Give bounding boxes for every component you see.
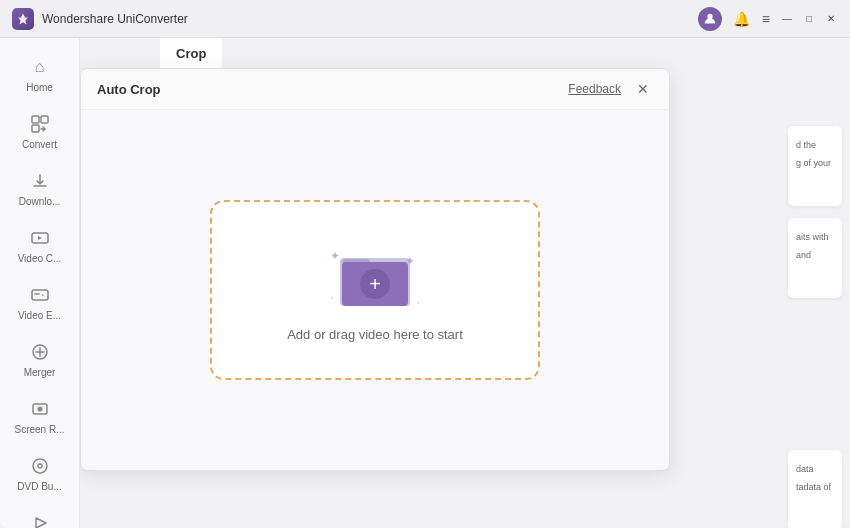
- svg-point-8: [37, 407, 42, 412]
- sidebar-item-convert[interactable]: Convert: [0, 103, 79, 160]
- video-edit-icon: [29, 284, 51, 306]
- auto-crop-panel: Auto Crop Feedback ✕ ✦ ✦ ·: [80, 68, 670, 471]
- panel-header-right: Feedback ✕: [568, 79, 653, 99]
- video-compress-icon: [29, 227, 51, 249]
- user-icon-btn[interactable]: [698, 7, 722, 31]
- main-area: ⌂ Home Convert Downlo... Video C...: [0, 38, 850, 528]
- sidebar-label-screen-record: Screen R...: [14, 424, 64, 435]
- screen-record-icon: [29, 398, 51, 420]
- sparkle-1: ✦: [330, 249, 340, 263]
- right-cards: d theg of your aits withand datatadata o…: [780, 118, 850, 528]
- right-card-1-text: d theg of your: [796, 140, 831, 168]
- home-icon: ⌂: [29, 56, 51, 78]
- sidebar-label-video-compress: Video C...: [18, 253, 62, 264]
- content-area: Crop Auto Crop Feedback ✕: [80, 38, 850, 528]
- sidebar: ⌂ Home Convert Downlo... Video C...: [0, 38, 80, 528]
- svg-rect-2: [41, 116, 48, 123]
- window-controls: — □ ✕: [780, 12, 838, 26]
- panel-header: Auto Crop Feedback ✕: [81, 69, 669, 110]
- app-title: Wondershare UniConverter: [42, 12, 698, 26]
- sidebar-label-download: Downlo...: [19, 196, 61, 207]
- feedback-link[interactable]: Feedback: [568, 82, 621, 96]
- sidebar-label-convert: Convert: [22, 139, 57, 150]
- titlebar-controls: 🔔 ≡ — □ ✕: [698, 5, 838, 33]
- close-button[interactable]: ✕: [824, 12, 838, 26]
- sidebar-label-video-edit: Video E...: [18, 310, 61, 321]
- convert-icon: [29, 113, 51, 135]
- sidebar-item-dvd-burn[interactable]: DVD Bu...: [0, 445, 79, 502]
- sidebar-item-video-edit[interactable]: Video E...: [0, 274, 79, 331]
- panel-close-button[interactable]: ✕: [633, 79, 653, 99]
- hamburger-menu[interactable]: ≡: [762, 11, 770, 27]
- sidebar-label-merger: Merger: [24, 367, 56, 378]
- dvd-burn-icon: [29, 455, 51, 477]
- right-card-3-text: datatadata of: [796, 464, 831, 492]
- download-icon: [29, 170, 51, 192]
- folder-front: +: [342, 262, 408, 306]
- right-card-2: aits withand: [788, 218, 842, 298]
- plus-circle: +: [360, 269, 390, 299]
- sidebar-item-video-compress[interactable]: Video C...: [0, 217, 79, 274]
- svg-rect-5: [32, 290, 48, 300]
- right-card-3: datatadata of: [788, 450, 842, 528]
- drop-zone[interactable]: ✦ ✦ · · +: [210, 200, 540, 380]
- drop-zone-icon-area: ✦ ✦ · · +: [325, 239, 425, 319]
- svg-point-9: [33, 459, 47, 473]
- sidebar-label-home: Home: [26, 82, 53, 93]
- title-bar: Wondershare UniConverter 🔔 ≡ — □ ✕: [0, 0, 850, 38]
- minimize-button[interactable]: —: [780, 12, 794, 26]
- sidebar-item-home[interactable]: ⌂ Home: [0, 46, 79, 103]
- maximize-button[interactable]: □: [802, 12, 816, 26]
- sidebar-item-download[interactable]: Downlo...: [0, 160, 79, 217]
- right-card-2-text: aits withand: [796, 232, 829, 260]
- sidebar-label-dvd-burn: DVD Bu...: [17, 481, 61, 492]
- svg-rect-3: [32, 125, 39, 132]
- app-window: Wondershare UniConverter 🔔 ≡ — □ ✕ ⌂ Hom…: [0, 0, 850, 528]
- player-icon: [29, 512, 51, 528]
- svg-rect-1: [32, 116, 39, 123]
- folder-icon: +: [340, 251, 410, 306]
- app-logo: [12, 8, 34, 30]
- sparkle-3: ·: [330, 290, 333, 304]
- drop-zone-text: Add or drag video here to start: [287, 327, 463, 342]
- panel-title: Auto Crop: [97, 82, 161, 97]
- sidebar-item-merger[interactable]: Merger: [0, 331, 79, 388]
- svg-point-10: [38, 464, 42, 468]
- merger-icon: [29, 341, 51, 363]
- sparkle-4: ·: [417, 295, 420, 309]
- sidebar-item-player[interactable]: Player: [0, 502, 79, 528]
- right-card-1: d theg of your: [788, 126, 842, 206]
- bell-icon-btn[interactable]: 🔔: [728, 5, 756, 33]
- sidebar-item-screen-record[interactable]: Screen R...: [0, 388, 79, 445]
- crop-tab[interactable]: Crop: [160, 38, 222, 71]
- panel-body: ✦ ✦ · · +: [81, 110, 669, 470]
